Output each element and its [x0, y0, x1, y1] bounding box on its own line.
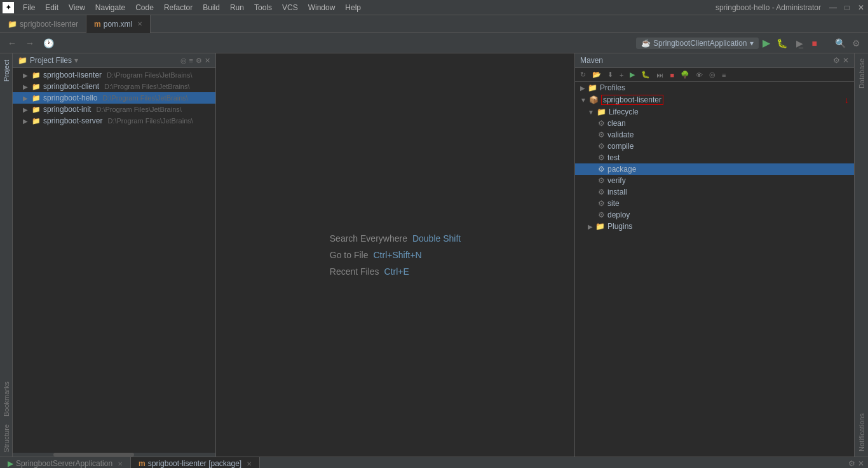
maven-show-icon[interactable]: 👁: [693, 70, 705, 80]
maven-item-package[interactable]: ⚙ package: [575, 163, 854, 175]
menu-refactor[interactable]: Refactor: [159, 2, 198, 13]
maven-item-plugins[interactable]: ▶ 📁 Plugins: [575, 221, 854, 232]
panel-close-icon[interactable]: ✕: [858, 459, 864, 468]
tree-item-springboot-hello[interactable]: ▶ 📁 springboot-hello D:\Program Files\Je…: [13, 92, 215, 104]
menu-window[interactable]: Window: [303, 2, 341, 13]
main-toolbar: ← → 🕐 ☕ SpringbootClientApplication ▾ ▶ …: [0, 33, 868, 53]
tab-close-icon[interactable]: ✕: [137, 20, 142, 27]
maven-item-verify[interactable]: ⚙ verify: [575, 175, 854, 186]
back-button[interactable]: ←: [5, 37, 19, 50]
maven-item-sprigboot-lisenter[interactable]: ▼ 📦 sprigboot-lisenter ↓: [575, 93, 854, 106]
bookmarks-icon[interactable]: Bookmarks: [1, 378, 11, 420]
stop-button[interactable]: ■: [810, 37, 820, 50]
close-button[interactable]: ✕: [857, 3, 865, 12]
menu-code[interactable]: Code: [130, 2, 159, 13]
gear-icon: ⚙: [598, 119, 605, 128]
folder-icon: 📁: [18, 56, 27, 65]
run-button[interactable]: ▶: [763, 37, 770, 49]
tab-springboot-server-app[interactable]: ▶ SpringbootServerApplication ✕: [0, 457, 131, 468]
tab-close-icon[interactable]: ✕: [247, 460, 252, 467]
tree-item-springboot-client[interactable]: ▶ 📁 springboot-client D:\Program Files\J…: [13, 81, 215, 92]
maven-item-label: test: [607, 153, 620, 162]
panel-collapse-icon[interactable]: ≡: [189, 57, 193, 65]
forward-button[interactable]: →: [23, 37, 37, 50]
maven-refresh-icon[interactable]: ↻: [578, 69, 588, 80]
left-sidebar: Project Bookmarks Structure: [0, 53, 13, 457]
maven-item-compile[interactable]: ⚙ compile: [575, 141, 854, 152]
maven-item-profiles[interactable]: ▶ 📁 Profiles: [575, 82, 854, 93]
tab-close-icon[interactable]: ✕: [118, 460, 123, 467]
maven-settings-icon[interactable]: ⚙: [833, 56, 840, 65]
tree-item-path: D:\Program Files\JetBrains\: [107, 71, 192, 79]
search-button[interactable]: 🔍: [835, 38, 846, 48]
maven-item-lifecycle[interactable]: ▼ 📁 Lifecycle: [575, 106, 854, 118]
maven-run-icon[interactable]: ▶: [627, 69, 637, 80]
tree-item-springboot-server[interactable]: ▶ 📁 springboot-server D:\Program Files\J…: [13, 115, 215, 127]
menu-file[interactable]: File: [18, 2, 40, 13]
tree-item-springboot-init[interactable]: ▶ 📁 springboot-init D:\Program Files\Jet…: [13, 104, 215, 115]
menu-help[interactable]: Help: [340, 2, 366, 13]
recent-files-label: Recent Files: [330, 266, 379, 277]
tree-arrow-icon: ▶: [23, 118, 29, 125]
debug-button[interactable]: 🐛: [774, 37, 790, 50]
tree-item-label: springboot-client: [43, 82, 99, 91]
menu-run[interactable]: Run: [225, 2, 249, 13]
tree-item-path: D:\Program Files\JetBrains\: [102, 94, 187, 102]
goto-file-row: Go to File Ctrl+Shift+N: [330, 250, 461, 260]
structure-icon[interactable]: Structure: [1, 420, 11, 457]
maven-item-clean[interactable]: ⚙ clean: [575, 118, 854, 129]
editor-area: Search Everywhere Double Shift Go to Fil…: [216, 53, 574, 457]
bottom-tab-label: sprigboot-lisenter [package]: [148, 459, 241, 468]
maven-item-site[interactable]: ⚙ site: [575, 198, 854, 209]
folder-icon: 📁: [32, 83, 41, 91]
run-config-selector[interactable]: ☕ SpringbootClientApplication ▾: [636, 38, 758, 49]
gear-icon: ⚙: [598, 188, 605, 196]
maven-stop-icon[interactable]: ■: [667, 70, 677, 80]
tree-item-label: springboot-server: [43, 116, 102, 125]
maven-item-install[interactable]: ⚙ install: [575, 186, 854, 198]
menu-vcs[interactable]: VCS: [277, 2, 303, 13]
maven-tree-icon[interactable]: 🌳: [678, 69, 692, 80]
bottom-tab-bar: ▶ SpringbootServerApplication ✕ m sprigb…: [0, 457, 868, 468]
menu-tools[interactable]: Tools: [249, 2, 277, 13]
menu-navigate[interactable]: Navigate: [90, 2, 130, 13]
panel-settings-icon[interactable]: ⚙: [196, 57, 202, 65]
folder-icon: 📁: [597, 107, 606, 116]
maven-debug-icon[interactable]: 🐛: [639, 69, 653, 80]
menu-build[interactable]: Build: [198, 2, 225, 13]
maven-panel-header: Maven ⚙ ✕: [575, 53, 854, 68]
coverage-button[interactable]: ▶̲: [794, 37, 806, 50]
maven-close-icon[interactable]: ✕: [843, 56, 849, 65]
menu-view[interactable]: View: [64, 2, 90, 13]
maximize-button[interactable]: □: [843, 3, 851, 12]
horizontal-scrollbar[interactable]: [13, 453, 215, 457]
maven-item-test[interactable]: ⚙ test: [575, 152, 854, 163]
maven-collapse-icon[interactable]: ≡: [719, 70, 728, 80]
maven-item-label: Profiles: [600, 83, 625, 92]
tab-pom-xml[interactable]: m pom.xml ✕: [86, 15, 151, 33]
gear-icon: ⚙: [598, 142, 605, 151]
panel-locate-icon[interactable]: ◎: [180, 57, 187, 65]
settings-button[interactable]: ⚙: [850, 37, 863, 50]
maven-download-icon[interactable]: ⬇: [605, 69, 616, 80]
menu-edit[interactable]: Edit: [40, 2, 64, 13]
maven-item-validate[interactable]: ⚙ validate: [575, 129, 854, 141]
tab-label: pom.xml: [104, 20, 132, 29]
database-tab[interactable]: Database: [855, 53, 868, 93]
maven-locate-icon[interactable]: ◎: [707, 69, 718, 80]
project-sidebar-tab[interactable]: Project: [1, 56, 11, 85]
tab-label: sprigboot-lisenter: [20, 20, 78, 29]
tab-sprigboot-lisenter-package[interactable]: m sprigboot-lisenter [package] ✕: [131, 457, 260, 468]
maven-add-icon[interactable]: +: [617, 70, 626, 80]
minimize-button[interactable]: —: [829, 3, 837, 12]
maven-open-icon[interactable]: 📂: [590, 69, 604, 80]
panel-settings-icon[interactable]: ⚙: [848, 459, 855, 468]
tree-arrow-icon: ▶: [23, 95, 29, 102]
tab-project-folder[interactable]: 📁 sprigboot-lisenter: [0, 15, 86, 33]
tree-item-sprigboot-lisenter[interactable]: ▶ 📁 sprigboot-lisenter D:\Program Files\…: [13, 69, 215, 81]
panel-close-icon[interactable]: ✕: [205, 57, 210, 65]
maven-item-deploy[interactable]: ⚙ deploy: [575, 209, 854, 221]
recent-files-button[interactable]: 🕐: [41, 37, 57, 50]
maven-skip-icon[interactable]: ⏭: [654, 70, 666, 80]
notifications-tab[interactable]: Notifications: [855, 408, 868, 457]
